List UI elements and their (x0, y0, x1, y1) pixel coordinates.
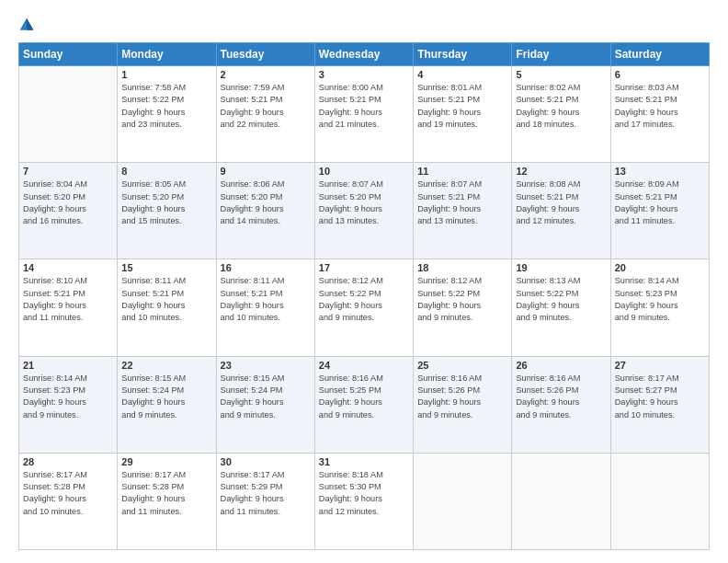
day-number: 25 (417, 360, 507, 371)
day-info: Sunrise: 8:17 AM Sunset: 5:28 PM Dayligh… (121, 469, 211, 518)
day-cell (19, 66, 118, 163)
day-cell (512, 453, 610, 549)
day-number: 5 (516, 69, 606, 80)
day-cell: 23Sunrise: 8:15 AM Sunset: 5:24 PM Dayli… (216, 356, 314, 453)
day-info: Sunrise: 8:14 AM Sunset: 5:23 PM Dayligh… (23, 373, 113, 421)
day-info: Sunrise: 8:15 AM Sunset: 5:24 PM Dayligh… (221, 373, 311, 421)
day-cell: 9Sunrise: 8:06 AM Sunset: 5:20 PM Daylig… (216, 163, 314, 259)
day-number: 24 (319, 360, 409, 371)
day-number: 31 (319, 456, 409, 467)
day-number: 17 (319, 262, 409, 273)
week-row-1: 7Sunrise: 8:04 AM Sunset: 5:20 PM Daylig… (19, 163, 710, 259)
day-number: 9 (221, 166, 311, 177)
day-number: 23 (221, 360, 311, 371)
day-number: 2 (221, 69, 311, 80)
day-cell: 10Sunrise: 8:07 AM Sunset: 5:20 PM Dayli… (314, 163, 413, 259)
day-info: Sunrise: 8:02 AM Sunset: 5:21 PM Dayligh… (516, 82, 606, 131)
day-cell: 31Sunrise: 8:18 AM Sunset: 5:30 PM Dayli… (314, 453, 413, 549)
day-cell: 4Sunrise: 8:01 AM Sunset: 5:21 PM Daylig… (414, 66, 512, 163)
page: SundayMondayTuesdayWednesdayThursdayFrid… (0, 0, 728, 563)
day-cell: 1Sunrise: 7:58 AM Sunset: 5:22 PM Daylig… (118, 66, 216, 163)
day-info: Sunrise: 8:13 AM Sunset: 5:22 PM Dayligh… (516, 275, 606, 324)
weekday-header-friday: Friday (512, 43, 610, 66)
day-info: Sunrise: 8:01 AM Sunset: 5:21 PM Dayligh… (417, 82, 507, 131)
day-cell: 11Sunrise: 8:07 AM Sunset: 5:21 PM Dayli… (414, 163, 512, 259)
day-info: Sunrise: 8:17 AM Sunset: 5:29 PM Dayligh… (221, 469, 311, 518)
day-cell: 19Sunrise: 8:13 AM Sunset: 5:22 PM Dayli… (512, 259, 610, 356)
day-cell: 15Sunrise: 8:11 AM Sunset: 5:21 PM Dayli… (118, 259, 216, 356)
day-number: 7 (23, 166, 113, 177)
day-number: 21 (23, 360, 113, 371)
day-info: Sunrise: 7:58 AM Sunset: 5:22 PM Dayligh… (121, 82, 211, 131)
day-number: 14 (23, 262, 113, 273)
day-number: 13 (615, 166, 705, 177)
day-number: 28 (23, 456, 113, 467)
day-info: Sunrise: 8:05 AM Sunset: 5:20 PM Dayligh… (121, 178, 211, 227)
day-number: 20 (615, 262, 705, 273)
week-row-0: 1Sunrise: 7:58 AM Sunset: 5:22 PM Daylig… (19, 66, 710, 163)
day-cell: 12Sunrise: 8:08 AM Sunset: 5:21 PM Dayli… (512, 163, 610, 259)
day-number: 11 (417, 166, 507, 177)
day-cell: 2Sunrise: 7:59 AM Sunset: 5:21 PM Daylig… (216, 66, 314, 163)
day-cell: 21Sunrise: 8:14 AM Sunset: 5:23 PM Dayli… (19, 356, 118, 453)
day-info: Sunrise: 8:17 AM Sunset: 5:27 PM Dayligh… (615, 373, 705, 421)
day-cell: 3Sunrise: 8:00 AM Sunset: 5:21 PM Daylig… (314, 66, 413, 163)
calendar-body: 1Sunrise: 7:58 AM Sunset: 5:22 PM Daylig… (19, 66, 710, 550)
day-info: Sunrise: 8:18 AM Sunset: 5:30 PM Dayligh… (319, 469, 409, 518)
day-cell: 30Sunrise: 8:17 AM Sunset: 5:29 PM Dayli… (216, 453, 314, 549)
day-cell: 14Sunrise: 8:10 AM Sunset: 5:21 PM Dayli… (19, 259, 118, 356)
day-cell: 17Sunrise: 8:12 AM Sunset: 5:22 PM Dayli… (314, 259, 413, 356)
day-cell: 6Sunrise: 8:03 AM Sunset: 5:21 PM Daylig… (610, 66, 709, 163)
weekday-header-sunday: Sunday (19, 43, 118, 66)
day-info: Sunrise: 7:59 AM Sunset: 5:21 PM Dayligh… (221, 82, 311, 131)
day-info: Sunrise: 8:07 AM Sunset: 5:20 PM Dayligh… (319, 178, 409, 227)
day-cell: 29Sunrise: 8:17 AM Sunset: 5:28 PM Dayli… (118, 453, 216, 549)
logo (18, 17, 39, 33)
day-number: 1 (121, 69, 211, 80)
day-cell: 8Sunrise: 8:05 AM Sunset: 5:20 PM Daylig… (118, 163, 216, 259)
day-number: 3 (319, 69, 409, 80)
week-row-3: 21Sunrise: 8:14 AM Sunset: 5:23 PM Dayli… (19, 356, 710, 453)
day-cell: 13Sunrise: 8:09 AM Sunset: 5:21 PM Dayli… (610, 163, 709, 259)
day-cell: 28Sunrise: 8:17 AM Sunset: 5:28 PM Dayli… (19, 453, 118, 549)
day-cell: 18Sunrise: 8:12 AM Sunset: 5:22 PM Dayli… (414, 259, 512, 356)
day-info: Sunrise: 8:11 AM Sunset: 5:21 PM Dayligh… (121, 275, 211, 324)
day-cell: 5Sunrise: 8:02 AM Sunset: 5:21 PM Daylig… (512, 66, 610, 163)
day-number: 22 (121, 360, 211, 371)
day-number: 8 (121, 166, 211, 177)
day-cell (610, 453, 709, 549)
day-number: 19 (516, 262, 606, 273)
day-info: Sunrise: 8:09 AM Sunset: 5:21 PM Dayligh… (615, 178, 705, 227)
day-number: 30 (221, 456, 311, 467)
week-row-4: 28Sunrise: 8:17 AM Sunset: 5:28 PM Dayli… (19, 453, 710, 549)
day-info: Sunrise: 8:11 AM Sunset: 5:21 PM Dayligh… (221, 275, 311, 324)
day-info: Sunrise: 8:17 AM Sunset: 5:28 PM Dayligh… (23, 469, 113, 518)
day-info: Sunrise: 8:08 AM Sunset: 5:21 PM Dayligh… (516, 178, 606, 227)
day-cell: 27Sunrise: 8:17 AM Sunset: 5:27 PM Dayli… (610, 356, 709, 453)
day-info: Sunrise: 8:04 AM Sunset: 5:20 PM Dayligh… (23, 178, 113, 227)
weekday-header-monday: Monday (118, 43, 216, 66)
day-info: Sunrise: 8:15 AM Sunset: 5:24 PM Dayligh… (121, 373, 211, 421)
day-cell: 22Sunrise: 8:15 AM Sunset: 5:24 PM Dayli… (118, 356, 216, 453)
day-info: Sunrise: 8:12 AM Sunset: 5:22 PM Dayligh… (319, 275, 409, 324)
day-cell: 7Sunrise: 8:04 AM Sunset: 5:20 PM Daylig… (19, 163, 118, 259)
day-info: Sunrise: 8:03 AM Sunset: 5:21 PM Dayligh… (615, 82, 705, 131)
day-cell: 20Sunrise: 8:14 AM Sunset: 5:23 PM Dayli… (610, 259, 709, 356)
logo-icon (18, 17, 35, 33)
day-info: Sunrise: 8:07 AM Sunset: 5:21 PM Dayligh… (417, 178, 507, 227)
weekday-header-tuesday: Tuesday (216, 43, 314, 66)
day-number: 16 (221, 262, 311, 273)
day-info: Sunrise: 8:14 AM Sunset: 5:23 PM Dayligh… (615, 275, 705, 324)
day-cell: 16Sunrise: 8:11 AM Sunset: 5:21 PM Dayli… (216, 259, 314, 356)
calendar-table: SundayMondayTuesdayWednesdayThursdayFrid… (18, 42, 710, 550)
day-number: 27 (615, 360, 705, 371)
day-number: 29 (121, 456, 211, 467)
day-number: 6 (615, 69, 705, 80)
day-cell: 25Sunrise: 8:16 AM Sunset: 5:26 PM Dayli… (414, 356, 512, 453)
day-info: Sunrise: 8:16 AM Sunset: 5:26 PM Dayligh… (516, 373, 606, 421)
day-info: Sunrise: 8:12 AM Sunset: 5:22 PM Dayligh… (417, 275, 507, 324)
day-number: 4 (417, 69, 507, 80)
day-info: Sunrise: 8:16 AM Sunset: 5:26 PM Dayligh… (417, 373, 507, 421)
day-number: 26 (516, 360, 606, 371)
weekday-header-thursday: Thursday (414, 43, 512, 66)
